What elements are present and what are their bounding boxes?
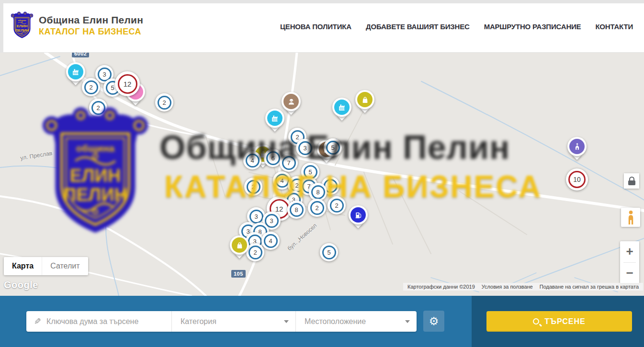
municipality-crest-logo: община ЕЛИН ПЕЛИН xyxy=(11,11,34,40)
svg-text:ЕЛИН: ЕЛИН xyxy=(17,24,28,28)
svg-text:община: община xyxy=(18,19,26,22)
site-header: община ЕЛИН ПЕЛИН Община Елин Пелин КАТА… xyxy=(0,0,644,53)
bag-icon xyxy=(361,95,370,104)
map-pin-bag[interactable] xyxy=(355,90,374,112)
church-icon xyxy=(573,142,582,151)
zoom-out-button[interactable]: − xyxy=(620,263,639,284)
nav-item-1[interactable]: ДОБАВЕТЕ ВАШИЯТ БИЗНЕС xyxy=(366,22,470,31)
street-view-pegman-button[interactable] xyxy=(621,208,640,227)
map-type-map[interactable]: Карта xyxy=(4,257,42,275)
nav-item-2[interactable]: МАРШРУТНО РАЗПИСАНИЕ xyxy=(484,22,581,31)
worker-icon xyxy=(287,97,296,106)
site-subtitle: КАТАЛОГ НА БИЗНЕСА xyxy=(39,27,143,37)
map-pin-factory[interactable] xyxy=(265,109,284,130)
map-pin-church[interactable] xyxy=(567,137,587,158)
map-pin-gas[interactable] xyxy=(349,205,368,227)
map-type-control: КартаСателит xyxy=(4,257,88,275)
gas-icon xyxy=(354,211,363,220)
nav-item-0[interactable]: ЦЕНОВА ПОЛИТИКА xyxy=(280,22,351,31)
bag-icon xyxy=(235,241,244,250)
gear-icon: ⚙ xyxy=(429,315,439,328)
svg-text:ПЕЛИН: ПЕЛИН xyxy=(15,28,29,33)
main-nav: ЦЕНОВА ПОЛИТИКАДОБАВЕТЕ ВАШИЯТ БИЗНЕСМАР… xyxy=(280,0,633,53)
zoom-in-button[interactable]: + xyxy=(620,241,639,262)
keyword-input[interactable] xyxy=(46,317,165,326)
site-title: Община Елин Пелин xyxy=(39,14,143,26)
attribution-item-1[interactable]: Условия за ползване xyxy=(479,284,535,290)
chevron-down-icon xyxy=(284,320,289,323)
map-pin-worker[interactable] xyxy=(282,92,301,113)
search-filters: ✎ Категория Местоположение xyxy=(26,311,417,332)
factory-icon xyxy=(71,67,80,77)
category-select-value: Категория xyxy=(181,317,284,326)
pegman-icon xyxy=(627,210,635,225)
pencil-icon: ✎ xyxy=(34,316,41,327)
lock-button[interactable] xyxy=(624,173,639,189)
search-button[interactable]: ТЪРСЕНЕ xyxy=(486,311,632,332)
attribution-item-2[interactable]: Подаване на сигнал за грешка в картата xyxy=(537,284,641,290)
map-pin-factory[interactable] xyxy=(66,62,85,84)
chevron-down-icon xyxy=(405,320,410,323)
factory-icon xyxy=(271,114,280,123)
attribution-item-0: Картографски данни ©2019 xyxy=(405,284,477,290)
lock-icon xyxy=(629,177,634,180)
factory-icon xyxy=(338,103,347,112)
nav-item-3[interactable]: КОНТАКТИ xyxy=(595,22,633,31)
map-canvas[interactable]: 6002105 ул. Преславбул. „Новоселци" 3251… xyxy=(0,53,644,296)
advanced-settings-button[interactable]: ⚙ xyxy=(423,311,444,332)
keyword-field[interactable]: ✎ xyxy=(26,311,171,332)
pin-layer-over xyxy=(0,53,644,296)
map-attribution: Картографски данни ©2019Условия за ползв… xyxy=(403,283,643,291)
map-type-satellite[interactable]: Сателит xyxy=(42,257,88,275)
location-select[interactable]: Местоположение xyxy=(295,311,417,332)
window-chrome-left xyxy=(0,0,3,53)
search-bar: ✎ Категория Местоположение ⚙ ТЪРСЕНЕ xyxy=(0,296,644,347)
location-select-value: Местоположение xyxy=(305,317,405,326)
category-select[interactable]: Категория xyxy=(171,311,295,332)
map-pin-factory[interactable] xyxy=(332,98,351,119)
map-pin-bag[interactable] xyxy=(230,235,249,257)
search-icon xyxy=(533,318,539,325)
brand[interactable]: община ЕЛИН ПЕЛИН Община Елин Пелин КАТА… xyxy=(11,11,143,40)
google-logo[interactable]: Google xyxy=(4,280,38,291)
zoom-control: + − xyxy=(620,241,639,283)
